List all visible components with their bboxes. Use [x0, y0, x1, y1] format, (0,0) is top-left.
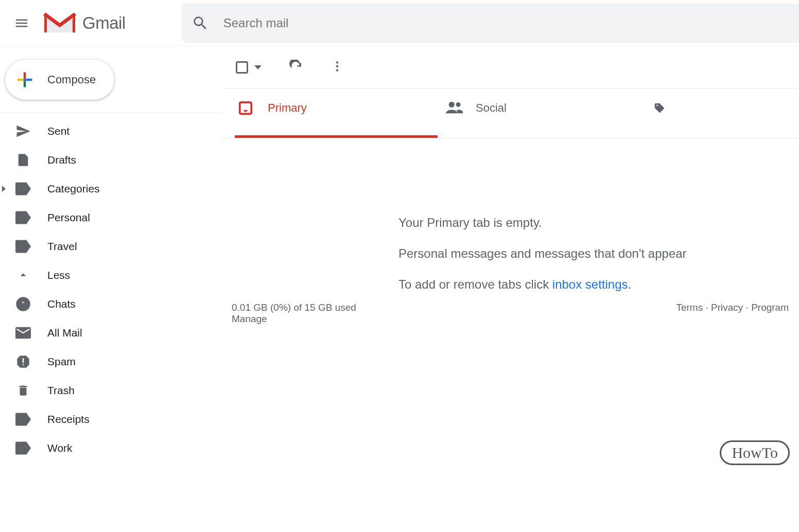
storage-text: 0.01 GB (0%) of 15 GB used: [232, 302, 356, 313]
sidebar-item-allmail[interactable]: All Mail: [0, 318, 221, 347]
terms-link[interactable]: Terms: [676, 302, 703, 313]
privacy-link[interactable]: Privacy: [711, 302, 743, 313]
inbox-icon: [238, 100, 253, 116]
more-button[interactable]: [331, 60, 346, 75]
expand-icon: [2, 186, 6, 192]
label-icon: [15, 210, 31, 225]
sidebar-item-chats[interactable]: ” Chats: [0, 290, 221, 318]
search-icon: [192, 14, 209, 32]
plus-icon: [14, 69, 35, 90]
inbox-settings-link[interactable]: inbox settings: [552, 277, 628, 291]
tab-label: Social: [476, 101, 507, 115]
refresh-button[interactable]: [288, 60, 304, 75]
compose-button[interactable]: Compose: [5, 60, 114, 100]
sidebar-item-less[interactable]: Less: [0, 261, 221, 290]
select-all-checkbox[interactable]: [235, 60, 262, 75]
sidebar-item-label: All Mail: [47, 327, 82, 339]
svg-text:”: ”: [22, 299, 25, 308]
tab-promotions[interactable]: [646, 88, 669, 138]
compose-label: Compose: [47, 73, 96, 86]
checkbox-icon: [235, 60, 249, 75]
svg-rect-6: [24, 81, 26, 87]
svg-rect-11: [23, 358, 24, 363]
sidebar-item-label: Personal: [47, 211, 90, 224]
logo-text: Gmail: [82, 13, 126, 33]
svg-point-18: [449, 102, 455, 108]
svg-rect-8: [24, 79, 26, 81]
empty-line2: Personal messages and messages that don'…: [398, 238, 799, 269]
sidebar-item-travel[interactable]: Travel: [0, 232, 221, 261]
file-icon: [15, 152, 31, 168]
sidebar-item-label: Receipts: [47, 413, 90, 425]
refresh-icon: [288, 60, 304, 75]
sidebar-item-label: Chats: [47, 298, 76, 310]
sidebar-item-label: Travel: [47, 240, 77, 253]
sidebar-item-label: Drafts: [47, 154, 76, 166]
dropdown-icon: [254, 65, 262, 69]
sidebar-item-label: Sent: [47, 125, 70, 137]
menu-icon: [14, 15, 29, 31]
sidebar-item-label: Work: [47, 442, 73, 454]
howto-watermark: HowTo: [720, 440, 790, 465]
main-menu-button[interactable]: [9, 11, 34, 36]
spam-icon: [15, 354, 31, 369]
svg-rect-4: [24, 73, 26, 79]
search-input[interactable]: [223, 16, 799, 30]
send-icon: [15, 123, 31, 139]
sidebar-item-label: Spam: [47, 356, 76, 368]
label-icon: [15, 181, 31, 197]
svg-point-16: [336, 69, 338, 71]
empty-line3: To add or remove tabs click inbox settin…: [398, 269, 799, 300]
sidebar-item-personal[interactable]: Personal: [0, 203, 221, 232]
svg-point-19: [456, 102, 461, 107]
chat-icon: ”: [15, 296, 31, 312]
program-link[interactable]: Program: [751, 302, 789, 313]
sidebar-item-label: Categories: [47, 183, 100, 195]
trash-icon: [15, 383, 31, 398]
svg-rect-5: [26, 79, 32, 81]
empty-title: Your Primary tab is empty.: [398, 207, 799, 238]
label-icon: [15, 412, 31, 427]
svg-point-14: [336, 61, 338, 63]
mail-icon: [15, 325, 31, 341]
sidebar-item-trash[interactable]: Trash: [0, 376, 221, 405]
svg-rect-13: [237, 62, 248, 73]
tab-social[interactable]: Social: [438, 88, 646, 138]
sidebar-item-receipts[interactable]: Receipts: [0, 405, 221, 434]
label-icon: [15, 239, 31, 254]
label-icon: [15, 440, 31, 456]
sidebar-item-sent[interactable]: Sent: [0, 117, 221, 146]
tab-primary[interactable]: Primary: [230, 88, 438, 138]
sidebar-item-spam[interactable]: Spam: [0, 347, 221, 376]
svg-rect-12: [23, 364, 24, 365]
more-vert-icon: [331, 60, 344, 73]
svg-rect-7: [18, 79, 24, 81]
gmail-logo-icon: [43, 11, 76, 36]
tag-icon: [654, 100, 669, 116]
sidebar-item-label: Less: [47, 269, 70, 281]
search-bar[interactable]: [181, 4, 799, 43]
svg-point-15: [336, 65, 338, 67]
svg-rect-17: [240, 102, 252, 114]
sidebar-item-label: Trash: [47, 384, 75, 397]
manage-storage-link[interactable]: Manage: [232, 313, 356, 325]
collapse-icon: [15, 268, 31, 283]
sidebar-item-categories[interactable]: Categories: [0, 174, 221, 203]
tab-label: Primary: [268, 101, 307, 115]
sidebar-item-drafts[interactable]: Drafts: [0, 146, 221, 174]
sidebar-item-work[interactable]: Work: [0, 434, 221, 463]
people-icon: [446, 100, 461, 116]
